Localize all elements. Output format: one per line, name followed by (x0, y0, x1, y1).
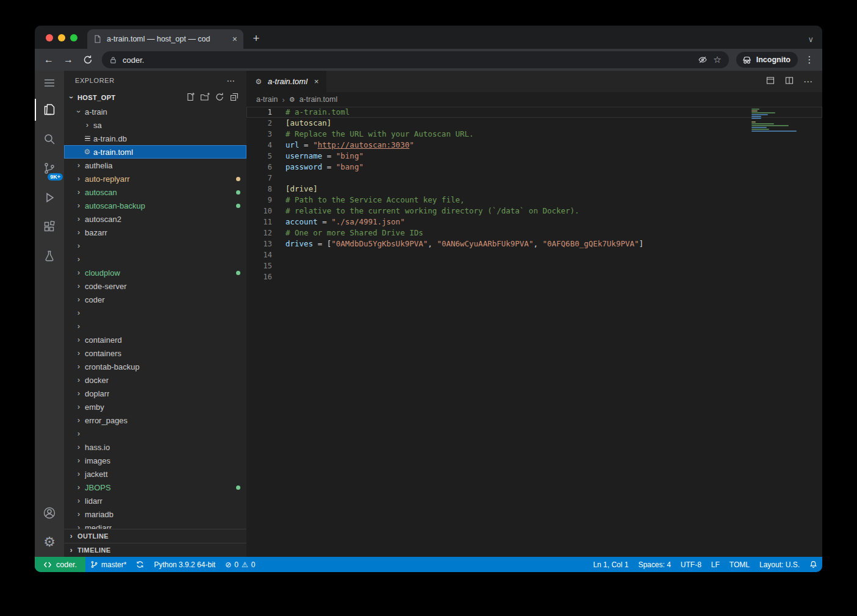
tree-item-folder[interactable]: ›docker (64, 373, 246, 387)
workspace-section-header[interactable]: › HOST_OPT (64, 90, 246, 105)
tree-item-folder[interactable]: › (64, 239, 246, 252)
python-interpreter-item[interactable]: Python 3.9.2 64-bit (149, 557, 220, 572)
code-line[interactable]: 3# Replace the URL with your Autoscan UR… (246, 129, 822, 140)
breadcrumb[interactable]: a-train › ⚙ a-train.toml (246, 92, 822, 107)
settings-gear-icon[interactable]: ⚙ (35, 528, 64, 557)
tree-item-folder[interactable]: ›error_pages (64, 414, 246, 427)
cursor-position-item[interactable]: Ln 1, Col 1 (588, 557, 633, 572)
zoom-window-button[interactable] (70, 34, 77, 41)
explorer-more-actions-icon[interactable]: ⋯ (226, 76, 235, 85)
code-line[interactable]: 1# a-train.toml (246, 107, 822, 118)
tree-item-folder[interactable]: ›lidarr (64, 494, 246, 507)
split-editor-icon[interactable] (784, 76, 794, 88)
menu-icon[interactable] (35, 71, 64, 95)
tree-item-folder[interactable]: ›a-train (64, 105, 246, 118)
code-line[interactable]: 6password = "bang" (246, 162, 822, 173)
notifications-bell-icon[interactable] (805, 557, 822, 572)
code-line[interactable]: 2[autoscan] (246, 118, 822, 129)
editor-tab-close-icon[interactable]: × (312, 77, 319, 86)
new-folder-icon[interactable] (200, 92, 210, 103)
refresh-icon[interactable] (215, 92, 224, 103)
code-line[interactable]: 8[drive] (246, 184, 822, 195)
git-branch-item[interactable]: master* (85, 557, 131, 572)
new-file-icon[interactable] (185, 92, 195, 103)
timeline-section[interactable]: › TIMELINE (64, 543, 246, 557)
editor-more-actions-icon[interactable]: ⋯ (803, 76, 812, 87)
tab-close-icon[interactable]: × (231, 34, 238, 44)
account-icon[interactable] (35, 498, 64, 528)
explorer-icon[interactable] (35, 95, 64, 124)
minimize-window-button[interactable] (58, 34, 65, 41)
code-line[interactable]: 12# One or more Shared Drive IDs (246, 227, 822, 238)
remote-indicator[interactable]: coder. (35, 557, 85, 572)
tree-item-folder[interactable]: ›authelia (64, 159, 246, 172)
code-line[interactable]: 10# relative to the current working dire… (246, 206, 822, 217)
source-control-icon[interactable]: 9K+ (35, 154, 64, 183)
tree-item-folder[interactable]: ›containerd (64, 333, 246, 346)
close-window-button[interactable] (46, 34, 53, 41)
testing-beaker-icon[interactable] (35, 242, 64, 271)
tree-item-folder[interactable]: ›auto-replyarr (64, 172, 246, 185)
extensions-icon[interactable] (35, 212, 64, 242)
encoding-item[interactable]: UTF-8 (676, 557, 706, 572)
tree-item-folder[interactable]: ›code-server (64, 279, 246, 293)
tree-item-file[interactable]: ⚙a-train.toml (64, 145, 246, 159)
tree-item-folder[interactable]: ›containers (64, 346, 246, 360)
tab-search-chevron-icon[interactable]: ∨ (808, 35, 814, 44)
code-line[interactable]: 14 (246, 249, 822, 260)
reload-button[interactable] (79, 51, 97, 69)
tree-item-folder[interactable]: ›crontab-backup (64, 360, 246, 373)
editor-tab[interactable]: ⚙ a-train.toml × (246, 71, 326, 92)
tree-item-folder[interactable]: ›JBOPS (64, 481, 246, 494)
tree-item-folder[interactable]: ›bazarr (64, 226, 246, 239)
tree-item-folder[interactable]: ›images (64, 454, 246, 467)
back-button[interactable]: ← (40, 51, 58, 69)
keyboard-layout-item[interactable]: Layout: U.S. (755, 557, 805, 572)
code-line[interactable]: 13drives = ["0AMdbDu5YgKbsUk9PVA", "0AN6… (246, 238, 822, 249)
code-line[interactable]: 15 (246, 260, 822, 271)
code-editor[interactable]: 1# a-train.toml2[autoscan]3# Replace the… (246, 107, 822, 557)
forward-button[interactable]: → (59, 51, 77, 69)
tree-item-folder[interactable]: ›jackett (64, 467, 246, 481)
language-mode-item[interactable]: TOML (725, 557, 755, 572)
minimap[interactable] (751, 109, 798, 138)
new-tab-button[interactable]: + (247, 29, 265, 48)
eol-item[interactable]: LF (706, 557, 725, 572)
tree-item-folder[interactable]: ›emby (64, 400, 246, 414)
tree-item-folder[interactable]: ›mediarr (64, 521, 246, 529)
outline-section[interactable]: › OUTLINE (64, 529, 246, 543)
code-line[interactable]: 11account = "./sa/4991.json" (246, 217, 822, 227)
code-line[interactable]: 16 (246, 271, 822, 282)
code-line[interactable]: 7 (246, 173, 822, 184)
indentation-item[interactable]: Spaces: 4 (633, 557, 675, 572)
tree-item-folder[interactable]: ›hass.io (64, 440, 246, 454)
sync-item[interactable] (131, 557, 149, 572)
bookmark-star-icon[interactable]: ☆ (713, 54, 721, 65)
run-debug-icon[interactable] (35, 183, 64, 212)
breadcrumb-folder[interactable]: a-train (256, 95, 278, 104)
code-line[interactable]: 9# Path to the Service Account key file, (246, 195, 822, 206)
browser-tab[interactable]: a-train.toml — host_opt — cod × (87, 29, 243, 49)
tree-item-file[interactable]: a-train.db (64, 132, 246, 145)
browser-titlebar[interactable]: a-train.toml — host_opt — cod × + ∨ (35, 26, 822, 49)
eye-off-icon[interactable] (698, 55, 708, 65)
problems-item[interactable]: ⊘ 0 ⚠ 0 (220, 557, 260, 572)
tree-item-folder[interactable]: ›sa (64, 118, 246, 132)
tree-item-folder[interactable]: ›autoscan-backup (64, 199, 246, 212)
tree-item-folder[interactable]: › (64, 427, 246, 440)
tree-item-folder[interactable]: › (64, 252, 246, 266)
tree-item-folder[interactable]: ›mariadb (64, 507, 246, 521)
tree-item-folder[interactable]: ›cloudplow (64, 266, 246, 279)
tree-item-folder[interactable]: › (64, 320, 246, 333)
tree-item-folder[interactable]: ›autoscan (64, 185, 246, 199)
open-changes-icon[interactable] (766, 76, 775, 88)
tree-item-folder[interactable]: ›coder (64, 293, 246, 306)
tree-item-folder[interactable]: ›autoscan2 (64, 212, 246, 226)
browser-menu-icon[interactable]: ⋮ (801, 54, 817, 65)
address-bar[interactable]: coder. ☆ (102, 51, 729, 68)
breadcrumb-file[interactable]: a-train.toml (299, 95, 338, 104)
collapse-all-icon[interactable] (229, 92, 239, 103)
code-line[interactable]: 4url = "http://autoscan:3030" (246, 140, 822, 151)
tree-item-folder[interactable]: ›doplarr (64, 387, 246, 400)
tree-item-folder[interactable]: › (64, 306, 246, 320)
